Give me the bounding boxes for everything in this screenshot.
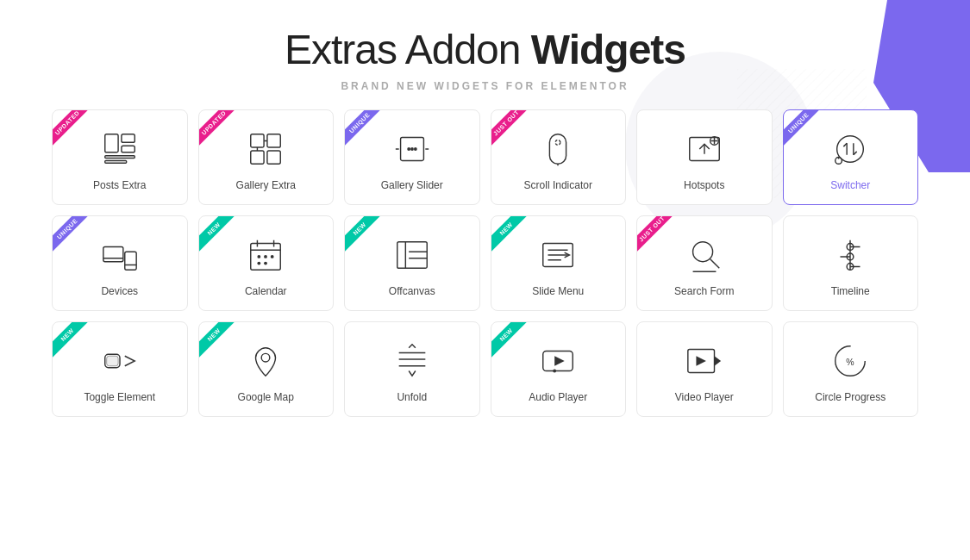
svg-rect-9 [267, 134, 280, 147]
widget-card-posts-extra[interactable]: UPDATEDPosts Extra [52, 109, 188, 205]
widget-label: Posts Extra [61, 179, 178, 191]
svg-point-63 [261, 353, 270, 362]
widget-label: Circle Progress [792, 391, 910, 403]
widget-label: Offcanvas [354, 285, 471, 297]
widget-card-scroll-indicator[interactable]: JUST OUTScroll Indicator [491, 109, 627, 205]
widget-label: Toggle Element [61, 391, 178, 403]
badge-label: NEW [199, 322, 239, 360]
devices-icon [98, 233, 141, 277]
svg-rect-43 [397, 242, 428, 269]
widget-card-hotspots[interactable]: Hotspots [636, 109, 773, 205]
widget-label: Search Form [646, 285, 763, 297]
svg-point-42 [264, 262, 267, 265]
badge-label: JUST OUT [491, 110, 531, 148]
badge-label: UNIQUE [345, 110, 385, 148]
widget-card-gallery-slider[interactable]: UNIQUEGallery Slider [344, 109, 480, 205]
timeline-icon [829, 233, 872, 277]
hotspots-icon [683, 128, 726, 171]
widget-card-audio-player[interactable]: NEWAudio Player [491, 321, 627, 417]
widget-card-slide-menu[interactable]: NEWSlide Menu [491, 215, 627, 311]
badge-label: NEW [491, 216, 531, 254]
widgets-container: UPDATEDPosts ExtraUPDATEDGallery ExtraUN… [52, 109, 918, 417]
widget-card-search-form[interactable]: JUST OUTSearch Form [636, 215, 773, 311]
svg-rect-62 [106, 356, 117, 366]
badge-label: NEW [199, 216, 239, 254]
widget-label: Switcher [792, 179, 910, 191]
svg-marker-72 [696, 356, 706, 366]
widget-label: Devices [61, 285, 178, 297]
gallery_slider-icon [391, 128, 434, 171]
widget-card-gallery-extra[interactable]: UPDATEDGallery Extra [198, 109, 335, 205]
badge-label: NEW [491, 322, 531, 360]
svg-point-51 [692, 242, 712, 262]
widget-label: Audio Player [500, 391, 617, 403]
svg-rect-10 [251, 151, 264, 164]
svg-line-52 [710, 259, 719, 269]
calendar-icon [244, 233, 287, 277]
page-subtitle: Brand New Widgets for Elementor [52, 80, 918, 92]
badge-label: UPDATED [199, 110, 239, 148]
widget-row-2: UNIQUEDevicesNEWCalendarNEWOffcanvasNEWS… [52, 215, 918, 311]
page-title: Extras Addon Widgets [52, 26, 918, 73]
svg-rect-5 [122, 146, 135, 152]
svg-point-15 [407, 147, 410, 151]
svg-rect-32 [125, 252, 136, 270]
offcanvas-icon [391, 233, 434, 277]
svg-marker-71 [714, 356, 721, 366]
widget-card-switcher[interactable]: UNIQUESwitcher [783, 109, 919, 205]
svg-point-39 [264, 255, 267, 258]
svg-text:%: % [847, 357, 854, 367]
widget-card-circle-progress[interactable]: %Circle Progress [783, 321, 919, 417]
widget-label: Scroll Indicator [500, 179, 617, 191]
widget-label: Hotspots [646, 179, 763, 191]
widget-label: Gallery Extra [208, 179, 325, 191]
svg-point-16 [410, 147, 414, 151]
svg-rect-20 [550, 134, 566, 165]
badge-new: NEW [199, 216, 247, 264]
badge-label: NEW [345, 216, 385, 254]
svg-rect-4 [122, 134, 135, 143]
badge-label: UNIQUE [53, 216, 92, 254]
main-content: Extras Addon Widgets Brand New Widgets f… [0, 0, 970, 445]
svg-point-69 [554, 370, 557, 373]
widget-label: Slide Menu [500, 285, 617, 297]
widget-card-offcanvas[interactable]: NEWOffcanvas [344, 215, 480, 311]
badge-label: JUST OUT [637, 216, 677, 254]
svg-rect-8 [251, 134, 264, 147]
widget-card-calendar[interactable]: NEWCalendar [198, 215, 335, 311]
badge-new: NEW [53, 322, 101, 370]
gallery_extra-icon [244, 128, 287, 171]
svg-rect-30 [103, 246, 123, 261]
widget-card-unfold[interactable]: Unfold [344, 321, 480, 417]
svg-point-40 [271, 255, 274, 258]
widget-row-1: UPDATEDPosts ExtraUPDATEDGallery ExtraUN… [52, 109, 918, 205]
widget-card-video-player[interactable]: Video Player [636, 321, 773, 417]
badge-unique: UNIQUE [53, 216, 101, 264]
svg-rect-6 [105, 156, 135, 159]
widget-card-timeline[interactable]: Timeline [783, 215, 919, 311]
svg-rect-7 [105, 160, 127, 163]
svg-point-21 [555, 140, 560, 145]
video_player-icon [683, 339, 726, 383]
audio_player-icon [536, 339, 579, 383]
svg-point-17 [414, 147, 417, 151]
widget-label: Google Map [208, 391, 325, 403]
badge-new: NEW [491, 322, 540, 370]
badge-new: NEW [491, 216, 540, 264]
svg-marker-68 [554, 356, 565, 366]
widget-card-google-map[interactable]: NEWGoogle Map [198, 321, 335, 417]
badge-justout: JUST OUT [637, 216, 685, 264]
widget-card-devices[interactable]: UNIQUEDevices [52, 215, 188, 311]
svg-point-41 [258, 262, 261, 265]
badge-unique: UNIQUE [345, 110, 393, 159]
google_map-icon [244, 339, 287, 383]
toggle_element-icon [98, 339, 141, 383]
widget-label: Calendar [208, 285, 325, 297]
widget-card-toggle-element[interactable]: NEWToggle Element [52, 321, 188, 417]
svg-point-38 [258, 255, 261, 258]
badge-new: NEW [345, 216, 393, 264]
widget-label: Unfold [354, 391, 471, 403]
search_form-icon [683, 233, 726, 277]
svg-rect-11 [267, 151, 280, 164]
page-header: Extras Addon Widgets Brand New Widgets f… [52, 26, 918, 92]
